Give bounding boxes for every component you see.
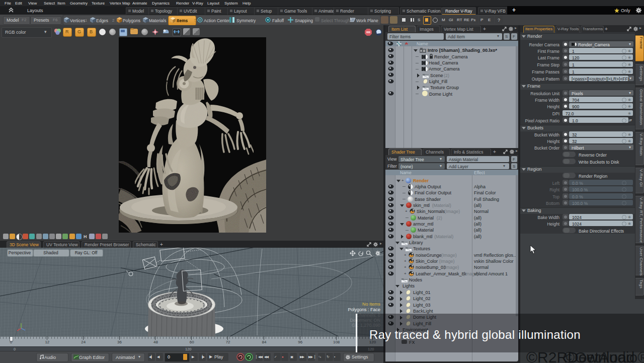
svg-text:Polygons : Face: Polygons : Face — [348, 307, 380, 312]
svg-text:No Items: No Items — [362, 302, 381, 307]
